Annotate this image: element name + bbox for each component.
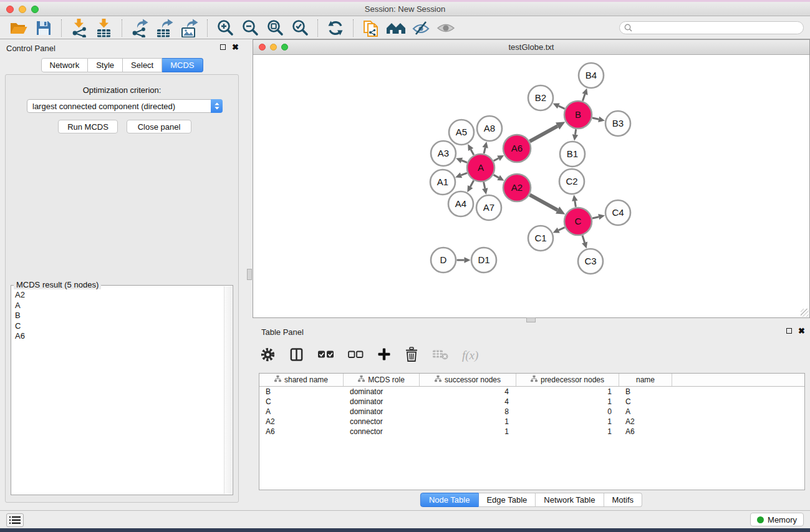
graph-edge-B-B3[interactable] xyxy=(592,118,599,119)
graph-edge-A-A8[interactable] xyxy=(484,148,485,153)
close-panel-icon[interactable]: ✖ xyxy=(232,44,239,51)
table-cell[interactable]: 1 xyxy=(516,387,619,396)
close-panel-icon[interactable]: ✖ xyxy=(798,327,805,334)
table-cell[interactable]: 1 xyxy=(420,417,516,426)
tab-network-table[interactable]: Network Table xyxy=(536,493,604,507)
run-mcds-button[interactable]: Run MCDS xyxy=(58,120,118,133)
result-item[interactable]: B xyxy=(15,311,224,321)
tab-node-table[interactable]: Node Table xyxy=(420,493,479,507)
tab-network[interactable]: Network xyxy=(41,58,88,72)
table-cell[interactable]: B xyxy=(619,387,672,396)
graph-edge-A-A2[interactable] xyxy=(494,175,499,177)
graph-edge-C-C2[interactable] xyxy=(575,201,576,207)
network-canvas[interactable]: B4B2BB3A5A8A6B1A3AC2A1A2A4A7C4CC1C3DD1 xyxy=(253,55,809,317)
table-cell[interactable]: connector xyxy=(344,427,420,436)
table-cell[interactable]: 1 xyxy=(516,427,619,436)
graph-edge-A-A1[interactable] xyxy=(461,173,467,175)
delete-columns-icon[interactable] xyxy=(405,347,418,365)
table-cell[interactable]: 4 xyxy=(420,387,516,396)
show-columns-icon[interactable] xyxy=(289,347,304,364)
graph-edge-B-B2[interactable] xyxy=(559,106,565,109)
column-header-MCDS-role[interactable]: MCDS role xyxy=(344,374,420,386)
table-row[interactable]: A6connector11A6 xyxy=(259,427,804,437)
tab-motifs[interactable]: Motifs xyxy=(604,493,642,507)
new-network-from-selection-icon[interactable] xyxy=(359,18,383,38)
table-cell[interactable]: A xyxy=(619,407,672,416)
import-network-from-file-icon[interactable] xyxy=(67,18,92,38)
splitter-grip[interactable] xyxy=(526,317,536,322)
result-item[interactable]: A6 xyxy=(15,331,224,342)
table-cell[interactable]: 1 xyxy=(516,417,619,426)
zoom-out-icon[interactable] xyxy=(238,18,263,38)
graph-edge-A-A3[interactable] xyxy=(461,160,467,162)
table-cell[interactable]: A2 xyxy=(619,417,672,426)
result-item[interactable]: A xyxy=(15,301,224,311)
graph-edge-A-A5[interactable] xyxy=(471,150,474,155)
export-table-icon[interactable] xyxy=(152,18,177,38)
column-header-shared-name[interactable]: shared name xyxy=(259,374,344,386)
zoom-fit-icon[interactable] xyxy=(263,18,287,38)
first-neighbors-icon[interactable] xyxy=(383,18,408,38)
memory-button[interactable]: Memory xyxy=(750,513,804,526)
graph-edge-A6-B[interactable] xyxy=(530,126,558,142)
table-cell[interactable]: A6 xyxy=(619,427,672,436)
table-cell[interactable]: 4 xyxy=(420,397,516,406)
column-header-predecessor-nodes[interactable]: predecessor nodes xyxy=(516,374,619,386)
add-column-icon[interactable] xyxy=(377,347,391,364)
import-table-from-file-icon[interactable] xyxy=(92,18,117,38)
column-header-successor-nodes[interactable]: successor nodes xyxy=(420,374,516,386)
resize-grip-icon[interactable] xyxy=(801,309,809,317)
table-row[interactable]: Cdominator41C xyxy=(259,397,804,407)
select-all-icon[interactable] xyxy=(317,348,334,363)
graph-edge-B-B4[interactable] xyxy=(582,94,585,101)
refresh-network-view-icon[interactable] xyxy=(323,18,348,38)
table-row[interactable]: Bdominator41B xyxy=(259,387,804,397)
tab-mcds[interactable]: MCDS xyxy=(162,58,203,72)
tab-select[interactable]: Select xyxy=(123,58,162,72)
table-cell[interactable]: A6 xyxy=(259,427,344,436)
graph-edge-A2-C[interactable] xyxy=(530,195,558,210)
hide-selected-icon[interactable] xyxy=(408,18,433,38)
result-item[interactable]: C xyxy=(15,321,224,332)
table-cell[interactable]: C xyxy=(259,397,344,406)
table-cell[interactable]: 1 xyxy=(516,397,619,406)
table-cell[interactable]: connector xyxy=(344,417,420,426)
deselect-all-icon[interactable] xyxy=(348,349,364,362)
criterion-dropdown[interactable]: largest connected component (directed) xyxy=(27,99,223,113)
tab-style[interactable]: Style xyxy=(88,58,123,72)
table-cell[interactable]: A xyxy=(259,407,344,416)
table-cell[interactable]: dominator xyxy=(344,387,420,396)
save-session-icon[interactable] xyxy=(31,18,56,38)
graph-edge-A-A6[interactable] xyxy=(494,158,499,161)
table-options-gear-icon[interactable] xyxy=(260,347,276,365)
table-cell[interactable]: 8 xyxy=(420,407,516,416)
network-window-titlebar[interactable]: testGlobe.txt xyxy=(253,40,809,55)
search-input[interactable] xyxy=(619,21,804,34)
table-cell[interactable]: A2 xyxy=(259,417,344,426)
result-scrollbar[interactable] xyxy=(224,286,232,494)
splitter-grip[interactable] xyxy=(247,269,252,280)
table-cell[interactable]: 1 xyxy=(420,427,516,436)
tab-edge-table[interactable]: Edge Table xyxy=(478,493,536,507)
table-cell[interactable]: B xyxy=(259,387,344,396)
close-panel-button[interactable]: Close panel xyxy=(127,120,191,133)
zoom-in-icon[interactable] xyxy=(213,18,238,38)
export-network-icon[interactable] xyxy=(127,18,152,38)
open-session-icon[interactable] xyxy=(6,18,31,38)
table-cell[interactable]: C xyxy=(619,397,672,406)
network-graph[interactable]: B4B2BB3A5A8A6B1A3AC2A1A2A4A7C4CC1C3DD1 xyxy=(253,55,809,317)
table-row[interactable]: A2connector11A2 xyxy=(259,417,804,427)
graph-edge-C-C1[interactable] xyxy=(559,228,565,230)
table-cell[interactable]: dominator xyxy=(344,397,420,406)
result-item[interactable]: A2 xyxy=(15,290,224,301)
table-row[interactable]: Adominator80A xyxy=(259,407,804,417)
table-cell[interactable]: 0 xyxy=(516,407,619,416)
graph-edge-C-C4[interactable] xyxy=(592,217,599,218)
float-panel-icon[interactable] xyxy=(786,328,792,334)
graph-edge-A-A7[interactable] xyxy=(484,182,485,188)
table-cell[interactable]: dominator xyxy=(344,407,420,416)
task-history-button[interactable] xyxy=(6,513,24,527)
show-all-icon[interactable] xyxy=(433,18,458,38)
graph-edge-C-C3[interactable] xyxy=(582,235,585,243)
export-image-icon[interactable] xyxy=(177,18,202,38)
